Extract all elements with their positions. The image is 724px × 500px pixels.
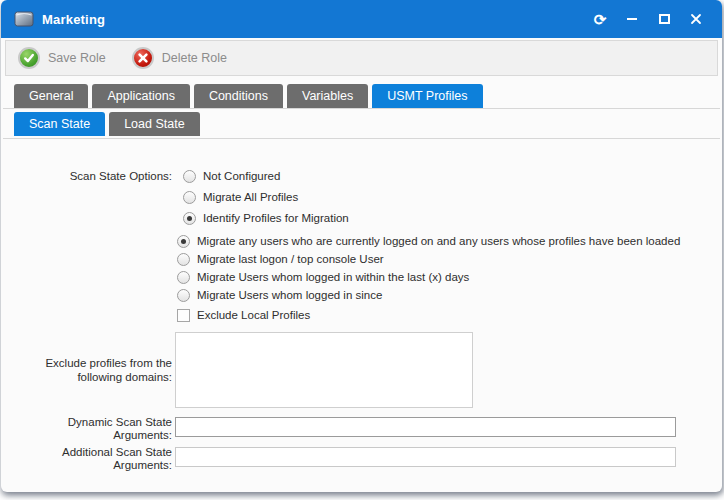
radio-icon[interactable] — [177, 289, 190, 302]
maximize-icon — [659, 14, 670, 24]
radio-icon[interactable] — [183, 191, 196, 204]
delete-icon — [132, 47, 154, 69]
delete-role-label: Delete Role — [162, 51, 227, 65]
radio-label[interactable]: Migrate last logon / top console User — [197, 253, 384, 265]
minimize-button[interactable] — [620, 7, 644, 31]
app-icon — [14, 10, 34, 28]
tab-variables[interactable]: Variables — [287, 84, 368, 108]
dynamic-args-input[interactable] — [175, 417, 676, 437]
checkbox-icon[interactable] — [177, 309, 190, 322]
dynamic-args-label: Dynamic Scan State Arguments: — [3, 416, 172, 442]
radio-label[interactable]: Not Configured — [203, 170, 280, 182]
radio-icon[interactable] — [177, 271, 190, 284]
subtab-load-state[interactable]: Load State — [109, 112, 199, 136]
radio-not-configured[interactable]: Not Configured — [183, 168, 349, 184]
tab-general[interactable]: General — [14, 84, 88, 108]
scan-state-options-label: Scan State Options: — [3, 169, 172, 183]
tab-applications[interactable]: Applications — [92, 84, 189, 108]
refresh-icon: ⟳ — [594, 12, 607, 27]
radio-migrate-since[interactable]: Migrate Users whom logged in since — [177, 287, 680, 303]
dialog-body: Save Role Delete Role General Applicatio… — [3, 38, 720, 490]
save-role-label: Save Role — [48, 51, 106, 65]
window-controls: ⟳ — [588, 7, 708, 31]
radio-label[interactable]: Migrate Users whom logged in within the … — [197, 271, 469, 283]
checkbox-label[interactable]: Exclude Local Profiles — [197, 309, 310, 321]
radio-icon[interactable] — [177, 253, 190, 266]
toolbar: Save Role Delete Role — [5, 40, 718, 76]
radio-migrate-logged-on-users[interactable]: Migrate any users who are currently logg… — [177, 233, 680, 249]
radio-label[interactable]: Identify Profiles for Migration — [203, 212, 349, 224]
radio-label[interactable]: Migrate any users who are currently logg… — [197, 235, 680, 247]
radio-migrate-all-profiles[interactable]: Migrate All Profiles — [183, 189, 349, 205]
window-title: Marketing — [42, 12, 105, 27]
exclude-domains-label: Exclude profiles from the following doma… — [3, 356, 172, 384]
save-icon — [18, 47, 40, 69]
dialog-window: Marketing ⟳ — [1, 0, 722, 492]
radio-migrate-last-x-days[interactable]: Migrate Users whom logged in within the … — [177, 269, 680, 285]
radio-label[interactable]: Migrate Users whom logged in since — [197, 289, 382, 301]
exclude-domains-textarea[interactable] — [175, 332, 473, 408]
title-bar: Marketing ⟳ — [1, 0, 722, 38]
exclude-local-profiles-checkbox-row[interactable]: Exclude Local Profiles — [177, 307, 310, 323]
radio-identify-profiles[interactable]: Identify Profiles for Migration — [183, 210, 349, 226]
sub-tabs: Scan State Load State — [14, 112, 200, 136]
minimize-icon — [627, 18, 637, 20]
main-tabs: General Applications Conditions Variable… — [14, 84, 483, 108]
tab-conditions[interactable]: Conditions — [194, 84, 283, 108]
scan-state-radio-group: Not Configured Migrate All Profiles Iden… — [183, 168, 349, 226]
close-icon — [690, 13, 702, 25]
maximize-button[interactable] — [652, 7, 676, 31]
migration-detail-radio-group: Migrate any users who are currently logg… — [177, 233, 680, 303]
exclude-local-profiles-row: Exclude Local Profiles — [177, 307, 310, 323]
tab-usmt-profiles[interactable]: USMT Profiles — [372, 84, 482, 108]
delete-role-button[interactable]: Delete Role — [132, 47, 227, 69]
subtabs-separator — [3, 138, 720, 139]
close-button[interactable] — [684, 7, 708, 31]
tabs-separator — [3, 108, 720, 109]
radio-migrate-last-logon[interactable]: Migrate last logon / top console User — [177, 251, 680, 267]
additional-args-input[interactable] — [175, 447, 676, 467]
subtab-scan-state[interactable]: Scan State — [14, 112, 105, 136]
radio-icon[interactable] — [177, 235, 190, 248]
radio-icon[interactable] — [183, 170, 196, 183]
radio-label[interactable]: Migrate All Profiles — [203, 191, 298, 203]
refresh-button[interactable]: ⟳ — [588, 7, 612, 31]
save-role-button[interactable]: Save Role — [18, 47, 106, 69]
additional-args-label: Additional Scan State Arguments: — [3, 446, 172, 472]
radio-icon[interactable] — [183, 212, 196, 225]
